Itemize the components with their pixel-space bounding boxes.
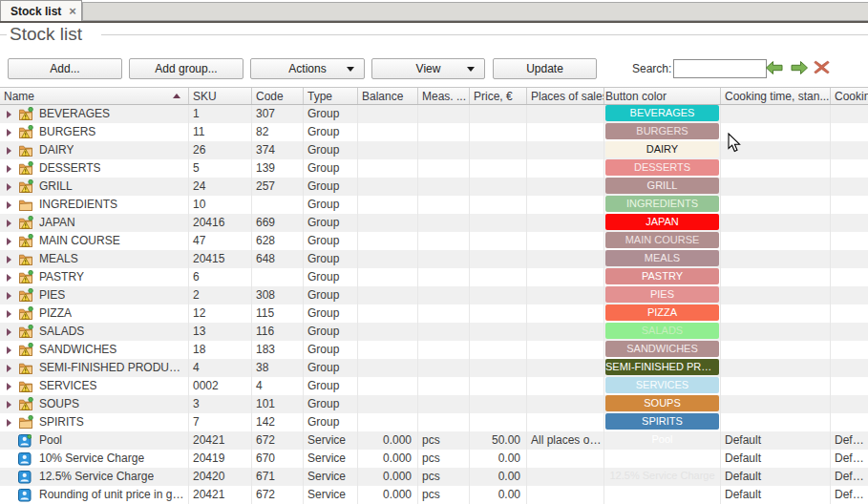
- table-row[interactable]: SPIRITS 7 142 Group SPIRITS: [0, 413, 868, 431]
- table-row[interactable]: PIES 2 308 Group PIES: [0, 286, 868, 304]
- column-header-code[interactable]: Code: [252, 88, 304, 104]
- expand-arrow-icon[interactable]: [7, 201, 11, 209]
- expand-arrow-icon[interactable]: [7, 220, 11, 227]
- button-color-swatch[interactable]: INGREDIENTS: [605, 196, 719, 212]
- cell-balance: [358, 286, 418, 304]
- expand-arrow-icon[interactable]: [7, 401, 11, 409]
- cell-sku: 7: [189, 413, 252, 431]
- search-previous-arrow-icon[interactable]: [765, 60, 784, 75]
- table-row[interactable]: SANDWICHES 18 183 Group SANDWICHES: [0, 341, 868, 359]
- button-color-swatch[interactable]: BEVERAGES: [605, 105, 719, 121]
- button-color-swatch[interactable]: PASTRY: [605, 268, 719, 284]
- button-color-swatch[interactable]: BURGERS: [605, 123, 719, 139]
- table-row[interactable]: DESSERTS 5 139 Group DESSERTS: [0, 159, 868, 178]
- button-color-swatch[interactable]: 12.5% Service Charge: [605, 468, 719, 484]
- button-color-swatch[interactable]: MAIN COURSE: [605, 232, 719, 248]
- table-row[interactable]: Rounding of unit price in gues... 20421 …: [0, 486, 868, 504]
- button-color-swatch[interactable]: DAIRY: [605, 141, 719, 158]
- cell-cooking-time: [721, 105, 831, 123]
- table-row[interactable]: JAPAN 20416 669 Group JAPAN: [0, 214, 868, 232]
- expand-arrow-icon[interactable]: [7, 147, 11, 155]
- button-color-swatch[interactable]: SERVICES: [605, 377, 719, 393]
- search-clear-icon[interactable]: [814, 60, 833, 75]
- table-row[interactable]: BURGERS 11 82 Group BURGERS: [0, 123, 868, 141]
- cell-name: DAIRY: [0, 141, 189, 159]
- table-row[interactable]: SERVICES 0002 4 Group SERVICES: [0, 377, 868, 395]
- button-color-swatch[interactable]: Pool: [605, 431, 719, 448]
- button-color-swatch[interactable]: JAPAN: [605, 214, 719, 230]
- cell-code: 672: [252, 431, 304, 450]
- cell-name: SOUPS: [0, 395, 189, 413]
- button-color-swatch[interactable]: SEMI-FINISHED PRODUCTS: [605, 359, 719, 375]
- button-color-swatch[interactable]: DESSERTS: [605, 159, 719, 176]
- button-color-swatch[interactable]: GRILL: [605, 178, 719, 194]
- add-button[interactable]: Add...: [8, 58, 122, 79]
- table-row[interactable]: BEVERAGES 1 307 Group BEVERAGES: [0, 105, 868, 123]
- column-header-cooking-time[interactable]: Cooking time, stan...: [721, 88, 831, 104]
- expand-arrow-icon[interactable]: [7, 129, 11, 136]
- column-header-name[interactable]: Name: [0, 88, 189, 104]
- column-header-type[interactable]: Type: [304, 88, 358, 104]
- column-header-cooking[interactable]: Cooking: [831, 88, 868, 104]
- table-row[interactable]: PASTRY 6 Group PASTRY: [0, 268, 868, 286]
- add-group-button[interactable]: Add group...: [129, 58, 243, 79]
- expand-arrow-icon[interactable]: [7, 419, 11, 427]
- cell-name: 10% Service Charge: [0, 450, 189, 468]
- cell-name: 12.5% Service Charge: [0, 468, 189, 486]
- table-row[interactable]: SOUPS 3 101 Group SOUPS: [0, 395, 868, 413]
- column-header-price[interactable]: Price, €: [470, 88, 527, 104]
- button-color-swatch[interactable]: SANDWICHES: [605, 341, 719, 357]
- cell-balance: [358, 395, 418, 413]
- table-row[interactable]: INGREDIENTS 10 Group INGREDIENTS: [0, 196, 868, 214]
- cell-places-of-sales: [527, 268, 604, 286]
- cell-type: Group: [304, 123, 358, 141]
- update-button[interactable]: Update: [493, 58, 597, 79]
- search-next-arrow-icon[interactable]: [790, 60, 809, 75]
- expand-arrow-icon[interactable]: [7, 383, 11, 390]
- expand-arrow-icon[interactable]: [7, 183, 11, 191]
- expand-arrow-icon[interactable]: [7, 328, 11, 336]
- expand-arrow-icon[interactable]: [7, 274, 11, 282]
- table-row[interactable]: DAIRY 26 374 Group DAIRY: [0, 141, 868, 159]
- table-row[interactable]: 12.5% Service Charge 20420 671 Service 0…: [0, 468, 868, 486]
- expand-arrow-icon[interactable]: [7, 310, 11, 318]
- column-header-places-of-sales[interactable]: Places of sales: [527, 88, 604, 104]
- cell-places-of-sales: [527, 468, 604, 486]
- button-color-swatch[interactable]: MEALS: [605, 250, 719, 266]
- button-color-swatch[interactable]: SPIRITS: [605, 413, 719, 430]
- table-row[interactable]: PIZZA 12 115 Group PIZZA: [0, 304, 868, 323]
- button-color-swatch[interactable]: SALADS: [605, 323, 719, 339]
- cell-cooking-time: [721, 178, 831, 196]
- actions-dropdown-button[interactable]: Actions: [250, 58, 365, 79]
- table-row[interactable]: SEMI-FINISHED PRODUCTS 4 38 Group SEMI-F…: [0, 359, 868, 377]
- expand-arrow-icon[interactable]: [7, 238, 11, 245]
- table-row[interactable]: Pool 20421 672 Service 0.000 pcs 50.00 A…: [0, 431, 868, 450]
- expand-arrow-icon[interactable]: [7, 365, 11, 372]
- tab-close-icon[interactable]: ×: [69, 5, 76, 17]
- expand-arrow-icon[interactable]: [7, 256, 11, 263]
- cell-code: 82: [252, 123, 304, 141]
- expand-arrow-icon[interactable]: [7, 111, 11, 118]
- item-type-icon: [18, 143, 35, 158]
- view-dropdown-button[interactable]: View: [371, 58, 485, 79]
- table-row[interactable]: MEALS 20415 648 Group MEALS: [0, 250, 868, 268]
- tab-stock-list[interactable]: Stock list ×: [0, 0, 82, 21]
- column-header-sku[interactable]: SKU: [189, 88, 252, 104]
- table-row[interactable]: 10% Service Charge 20419 670 Service 0.0…: [0, 450, 868, 468]
- button-color-swatch[interactable]: SOUPS: [605, 395, 719, 411]
- table-row[interactable]: MAIN COURSE 47 628 Group MAIN COURSE: [0, 232, 868, 250]
- column-header-measure[interactable]: Meas. ...: [418, 88, 470, 104]
- button-color-swatch[interactable]: PIES: [605, 286, 719, 303]
- expand-arrow-icon[interactable]: [7, 165, 11, 173]
- tab-strip-underline: [0, 21, 868, 23]
- button-color-swatch[interactable]: PIZZA: [605, 304, 719, 321]
- cell-code: 671: [252, 468, 304, 486]
- column-header-button-color[interactable]: Button color: [604, 88, 721, 104]
- column-header-balance[interactable]: Balance: [358, 88, 418, 104]
- search-input[interactable]: [673, 59, 767, 78]
- expand-arrow-icon[interactable]: [7, 292, 11, 300]
- expand-arrow-icon[interactable]: [7, 346, 11, 354]
- table-row[interactable]: SALADS 13 116 Group SALADS: [0, 323, 868, 341]
- table-row[interactable]: GRILL 24 257 Group GRILL: [0, 178, 868, 196]
- cell-measure: [418, 214, 470, 232]
